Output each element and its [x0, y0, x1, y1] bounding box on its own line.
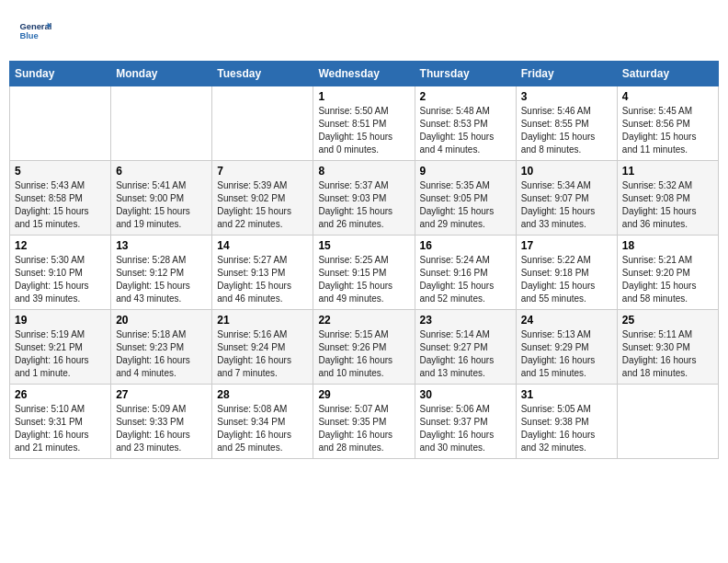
calendar-cell: 22Sunrise: 5:15 AMSunset: 9:26 PMDayligh…	[313, 310, 415, 385]
day-of-week-header: Saturday	[617, 62, 718, 86]
day-info: Sunrise: 5:07 AMSunset: 9:35 PMDaylight:…	[318, 403, 409, 454]
day-of-week-header: Tuesday	[212, 62, 313, 86]
day-number: 18	[622, 239, 713, 252]
calendar-cell: 15Sunrise: 5:25 AMSunset: 9:15 PMDayligh…	[313, 236, 415, 310]
day-number: 20	[116, 314, 207, 327]
day-info: Sunrise: 5:50 AMSunset: 8:51 PMDaylight:…	[318, 105, 409, 156]
day-info: Sunrise: 5:41 AMSunset: 9:00 PMDaylight:…	[116, 179, 207, 231]
day-number: 9	[420, 165, 511, 178]
calendar-cell: 24Sunrise: 5:13 AMSunset: 9:29 PMDayligh…	[516, 310, 617, 385]
day-of-week-header: Sunday	[10, 62, 111, 86]
day-info: Sunrise: 5:14 AMSunset: 9:27 PMDaylight:…	[420, 328, 511, 380]
calendar-cell: 23Sunrise: 5:14 AMSunset: 9:27 PMDayligh…	[415, 310, 516, 385]
calendar-cell	[111, 86, 212, 161]
day-number: 29	[318, 388, 409, 401]
day-info: Sunrise: 5:45 AMSunset: 8:56 PMDaylight:…	[622, 105, 713, 156]
day-number: 31	[521, 388, 612, 401]
day-of-week-header: Thursday	[415, 62, 516, 86]
calendar-cell: 21Sunrise: 5:16 AMSunset: 9:24 PMDayligh…	[212, 310, 313, 385]
day-number: 6	[116, 165, 207, 178]
day-info: Sunrise: 5:37 AMSunset: 9:03 PMDaylight:…	[318, 179, 409, 231]
calendar-week-row: 12Sunrise: 5:30 AMSunset: 9:10 PMDayligh…	[10, 236, 719, 310]
day-number: 13	[116, 239, 207, 252]
day-info: Sunrise: 5:18 AMSunset: 9:23 PMDaylight:…	[116, 328, 207, 380]
calendar-cell: 31Sunrise: 5:05 AMSunset: 9:38 PMDayligh…	[516, 385, 617, 459]
day-number: 25	[622, 314, 713, 327]
calendar-cell: 17Sunrise: 5:22 AMSunset: 9:18 PMDayligh…	[516, 236, 617, 310]
day-number: 10	[521, 165, 612, 178]
day-info: Sunrise: 5:24 AMSunset: 9:16 PMDaylight:…	[420, 254, 511, 305]
day-number: 23	[420, 314, 511, 327]
svg-text:Blue: Blue	[19, 31, 38, 40]
day-info: Sunrise: 5:39 AMSunset: 9:02 PMDaylight:…	[217, 179, 308, 231]
day-info: Sunrise: 5:28 AMSunset: 9:12 PMDaylight:…	[116, 254, 207, 305]
day-number: 19	[15, 314, 106, 327]
calendar-cell: 4Sunrise: 5:45 AMSunset: 8:56 PMDaylight…	[617, 86, 718, 161]
day-info: Sunrise: 5:10 AMSunset: 9:31 PMDaylight:…	[15, 403, 106, 454]
calendar-cell: 13Sunrise: 5:28 AMSunset: 9:12 PMDayligh…	[111, 236, 212, 310]
calendar-cell: 28Sunrise: 5:08 AMSunset: 9:34 PMDayligh…	[212, 385, 313, 459]
day-number: 1	[318, 90, 409, 103]
day-info: Sunrise: 5:13 AMSunset: 9:29 PMDaylight:…	[521, 328, 612, 380]
day-number: 5	[15, 165, 106, 178]
day-number: 28	[217, 388, 308, 401]
day-info: Sunrise: 5:11 AMSunset: 9:30 PMDaylight:…	[622, 328, 713, 380]
day-number: 21	[217, 314, 308, 327]
day-info: Sunrise: 5:30 AMSunset: 9:10 PMDaylight:…	[15, 254, 106, 305]
calendar-cell: 12Sunrise: 5:30 AMSunset: 9:10 PMDayligh…	[10, 236, 111, 310]
calendar-cell: 19Sunrise: 5:19 AMSunset: 9:21 PMDayligh…	[10, 310, 111, 385]
day-of-week-header: Wednesday	[313, 62, 415, 86]
day-number: 15	[318, 239, 409, 252]
calendar-cell: 1Sunrise: 5:50 AMSunset: 8:51 PMDaylight…	[313, 86, 415, 161]
day-number: 8	[318, 165, 409, 178]
day-number: 22	[318, 314, 409, 327]
day-number: 3	[521, 90, 612, 103]
day-info: Sunrise: 5:21 AMSunset: 9:20 PMDaylight:…	[622, 254, 713, 305]
day-info: Sunrise: 5:27 AMSunset: 9:13 PMDaylight:…	[217, 254, 308, 305]
day-of-week-header: Friday	[516, 62, 617, 86]
day-info: Sunrise: 5:22 AMSunset: 9:18 PMDaylight:…	[521, 254, 612, 305]
calendar-week-row: 5Sunrise: 5:43 AMSunset: 8:58 PMDaylight…	[10, 161, 719, 236]
calendar-cell: 26Sunrise: 5:10 AMSunset: 9:31 PMDayligh…	[10, 385, 111, 459]
calendar-cell: 25Sunrise: 5:11 AMSunset: 9:30 PMDayligh…	[617, 310, 718, 385]
calendar-cell	[10, 86, 111, 161]
calendar-cell: 2Sunrise: 5:48 AMSunset: 8:53 PMDaylight…	[415, 86, 516, 161]
calendar-cell: 18Sunrise: 5:21 AMSunset: 9:20 PMDayligh…	[617, 236, 718, 310]
calendar-cell: 27Sunrise: 5:09 AMSunset: 9:33 PMDayligh…	[111, 385, 212, 459]
calendar-cell: 10Sunrise: 5:34 AMSunset: 9:07 PMDayligh…	[516, 161, 617, 236]
day-info: Sunrise: 5:16 AMSunset: 9:24 PMDaylight:…	[217, 328, 308, 380]
day-number: 2	[420, 90, 511, 103]
calendar-cell: 8Sunrise: 5:37 AMSunset: 9:03 PMDaylight…	[313, 161, 415, 236]
calendar-cell: 5Sunrise: 5:43 AMSunset: 8:58 PMDaylight…	[10, 161, 111, 236]
day-number: 12	[15, 239, 106, 252]
day-number: 14	[217, 239, 308, 252]
calendar-cell: 3Sunrise: 5:46 AMSunset: 8:55 PMDaylight…	[516, 86, 617, 161]
calendar-cell: 30Sunrise: 5:06 AMSunset: 9:37 PMDayligh…	[415, 385, 516, 459]
day-info: Sunrise: 5:08 AMSunset: 9:34 PMDaylight:…	[217, 403, 308, 454]
calendar-table: SundayMondayTuesdayWednesdayThursdayFrid…	[9, 61, 719, 459]
calendar-week-row: 19Sunrise: 5:19 AMSunset: 9:21 PMDayligh…	[10, 310, 719, 385]
calendar-cell: 29Sunrise: 5:07 AMSunset: 9:35 PMDayligh…	[313, 385, 415, 459]
logo: General Blue	[18, 14, 51, 47]
calendar-cell: 7Sunrise: 5:39 AMSunset: 9:02 PMDaylight…	[212, 161, 313, 236]
day-info: Sunrise: 5:06 AMSunset: 9:37 PMDaylight:…	[420, 403, 511, 454]
day-number: 7	[217, 165, 308, 178]
day-info: Sunrise: 5:05 AMSunset: 9:38 PMDaylight:…	[521, 403, 612, 454]
day-info: Sunrise: 5:32 AMSunset: 9:08 PMDaylight:…	[622, 179, 713, 231]
page-header: General Blue	[9, 9, 719, 52]
day-info: Sunrise: 5:09 AMSunset: 9:33 PMDaylight:…	[116, 403, 207, 454]
day-info: Sunrise: 5:35 AMSunset: 9:05 PMDaylight:…	[420, 179, 511, 231]
calendar-cell	[617, 385, 718, 459]
calendar-cell: 16Sunrise: 5:24 AMSunset: 9:16 PMDayligh…	[415, 236, 516, 310]
day-number: 24	[521, 314, 612, 327]
day-info: Sunrise: 5:25 AMSunset: 9:15 PMDaylight:…	[318, 254, 409, 305]
calendar-cell: 14Sunrise: 5:27 AMSunset: 9:13 PMDayligh…	[212, 236, 313, 310]
calendar-cell: 20Sunrise: 5:18 AMSunset: 9:23 PMDayligh…	[111, 310, 212, 385]
svg-text:General: General	[19, 22, 51, 31]
day-number: 11	[622, 165, 713, 178]
day-number: 27	[116, 388, 207, 401]
calendar-week-row: 1Sunrise: 5:50 AMSunset: 8:51 PMDaylight…	[10, 86, 719, 161]
day-of-week-header: Monday	[111, 62, 212, 86]
logo-svg: General Blue	[18, 14, 51, 47]
day-number: 4	[622, 90, 713, 103]
